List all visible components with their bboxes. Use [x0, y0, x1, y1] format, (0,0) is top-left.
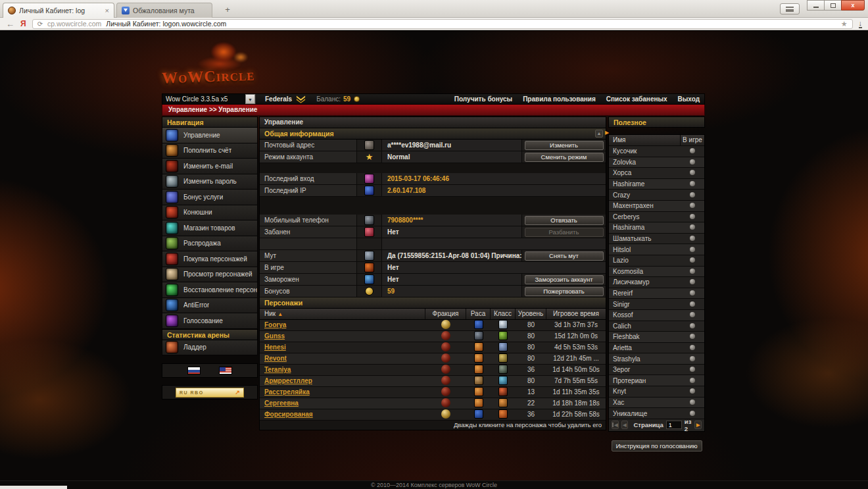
sidebar-item-ladder[interactable]: Ладдер [162, 340, 258, 356]
prev-page-button[interactable]: ◀ [621, 421, 629, 429]
char-column-2[interactable]: Раса [466, 309, 491, 319]
collapse-section-icon[interactable]: ▲ [595, 130, 603, 138]
useful-row[interactable]: Rereirf [609, 288, 704, 299]
character-link[interactable]: Расстреляйка [264, 388, 310, 396]
back-button[interactable]: ← [6, 20, 14, 28]
sidebar-item-refill-balance[interactable]: Пополнить счёт [162, 143, 258, 159]
panel-collapse-handle[interactable]: ▶ [605, 130, 609, 136]
english-flag-icon[interactable] [219, 367, 232, 374]
character-row[interactable]: Teraniya361d 14h 50m 50s [260, 365, 606, 376]
account-button-0[interactable]: Изменить [525, 141, 604, 150]
maximize-button[interactable] [824, 0, 842, 11]
top-link-3[interactable]: Выход [678, 95, 700, 103]
sidebar-item-bonus-services[interactable]: Бонус услуги [162, 190, 258, 205]
first-page-button[interactable]: ◀ [612, 421, 619, 429]
character-row[interactable]: Армррестллер807d 7h 55m 55s [260, 376, 606, 387]
sidebar-item-restore-characters[interactable]: Восстановление персонажей [162, 282, 258, 298]
reload-icon[interactable]: ⟳ [37, 20, 43, 28]
character-link[interactable]: Foorya [264, 321, 286, 328]
downloads-icon[interactable]: ↓ [859, 20, 863, 28]
minimize-button[interactable] [807, 0, 825, 11]
char-column-1[interactable]: Фракция [425, 309, 466, 319]
account-button-1[interactable]: Сменить режим [525, 153, 604, 162]
tab-mute-appeals[interactable]: Обжалования мута [116, 3, 212, 18]
useful-row[interactable]: Fleshbak [609, 332, 704, 343]
tab-personal-cabinet[interactable]: Личный Кабинет: log × [3, 3, 114, 18]
useful-row[interactable]: Лисичкамур [609, 277, 704, 288]
char-column-5[interactable]: Игровое время [546, 309, 606, 319]
useful-row[interactable]: Протериан [609, 375, 704, 386]
rating-banner[interactable]: RU RBO ↗ [176, 388, 244, 398]
useful-row[interactable]: Strashyla [609, 353, 704, 365]
server-select[interactable]: Wow Circle 3.3.5a x5 ▼ [162, 94, 256, 104]
char-column-0[interactable]: Ник▲ [260, 309, 425, 319]
top-link-2[interactable]: Список забаненых [606, 95, 667, 103]
useful-row[interactable]: Hashirama [609, 222, 704, 234]
useful-row[interactable]: Kosmosila [609, 267, 704, 278]
useful-row[interactable]: Lazio [609, 255, 704, 267]
character-row[interactable]: Revont8012d 21h 45m ... [260, 353, 606, 365]
url-field[interactable]: ⟳ cp.wowcircle.com Личный Кабинет: logon… [32, 19, 853, 29]
useful-row[interactable]: Arietta [609, 343, 704, 354]
sidebar-item-voting[interactable]: Голосование [162, 313, 258, 329]
character-link[interactable]: Revont [264, 355, 287, 362]
char-column-4[interactable]: Уровень [516, 309, 546, 319]
page-input[interactable] [666, 421, 682, 429]
character-row[interactable]: Сергеевна221d 18h 18m 18s [260, 398, 606, 409]
sidebar-item-sale[interactable]: Распродажа [162, 236, 258, 252]
tab-close-icon[interactable]: × [105, 7, 109, 14]
useful-row[interactable]: Zolovka [609, 157, 704, 168]
voting-instruction-button[interactable]: Инструкция по голосованию [612, 440, 702, 451]
character-link[interactable]: Gunss [264, 332, 285, 340]
useful-row[interactable]: Knyt [609, 386, 704, 398]
new-tab-button[interactable]: + [219, 5, 236, 15]
account-row-button-cell: Сменить режим [521, 151, 606, 163]
useful-row[interactable]: Kossof [609, 310, 704, 321]
sidebar-item-view-characters[interactable]: Просмотр персонажей [162, 267, 258, 283]
account-button-11[interactable]: Заморозить аккаунт [525, 275, 604, 284]
character-row[interactable]: Расстреляйка131d 11h 35m 35s [260, 387, 606, 398]
browser-menu-button[interactable] [780, 3, 800, 14]
sidebar-item-management[interactable]: Управление [162, 128, 258, 143]
useful-row[interactable]: Шаматыкать [609, 234, 704, 245]
useful-row[interactable]: Махентрахен [609, 201, 704, 212]
next-page-button[interactable]: ▶ [694, 421, 702, 429]
useful-row[interactable]: Calich [609, 321, 704, 332]
character-link[interactable]: Сергеевна [264, 399, 299, 407]
useful-row[interactable]: Зерог [609, 365, 704, 376]
close-button[interactable]: x [841, 0, 865, 11]
wowcircle-logo[interactable]: WoWCircle [162, 40, 705, 93]
bookmark-star-icon[interactable]: ★ [841, 20, 848, 28]
character-row[interactable]: Foorya803d 1h 37m 37s [260, 320, 606, 331]
sidebar-item-change-email[interactable]: Изменить e-mail [162, 159, 258, 174]
account-button-6[interactable]: Отвязать [525, 216, 604, 225]
top-link-1[interactable]: Правила пользования [523, 95, 596, 103]
character-link[interactable]: Henesi [264, 344, 286, 351]
account-button-12[interactable]: Пожертвовать [525, 287, 604, 296]
useful-row[interactable]: Хас [609, 398, 704, 409]
useful-row[interactable]: Sinigr [609, 299, 704, 310]
russian-flag-icon[interactable] [187, 367, 201, 374]
character-link[interactable]: Teraniya [264, 366, 291, 373]
useful-row[interactable]: Hashirame [609, 179, 704, 190]
character-link[interactable]: Форсированая [264, 411, 313, 418]
character-link[interactable]: Армррестллер [264, 377, 312, 384]
useful-row[interactable]: Crazy [609, 190, 704, 201]
account-button-9[interactable]: Снять мут [525, 251, 604, 261]
useful-row[interactable]: Cerberys [609, 212, 704, 223]
sidebar-item-buy-characters[interactable]: Покупка персонажей [162, 251, 258, 267]
char-column-3[interactable]: Класс [491, 309, 516, 319]
character-row[interactable]: Форсированая361d 22h 58m 58s [260, 409, 606, 421]
sidebar-item-antierror[interactable]: AntiError [162, 298, 258, 314]
useful-row[interactable]: Хорса [609, 168, 704, 179]
character-row[interactable]: Henesi804d 5h 53m 53s [260, 342, 606, 353]
sidebar-item-item-shop[interactable]: Магазин товаров [162, 220, 258, 236]
sidebar-item-change-password[interactable]: Изменить пароль [162, 174, 258, 190]
column-ingame: В игре [681, 135, 704, 145]
character-row[interactable]: Gunss8015d 12h 0m 0s [260, 331, 606, 342]
useful-row[interactable]: Hitslol [609, 244, 704, 255]
sidebar-item-stables[interactable]: Конюшни [162, 205, 258, 221]
top-link-0[interactable]: Получить бонусы [454, 95, 512, 103]
useful-row[interactable]: Кусочик [609, 146, 704, 157]
yandex-icon[interactable]: Я [20, 19, 26, 28]
